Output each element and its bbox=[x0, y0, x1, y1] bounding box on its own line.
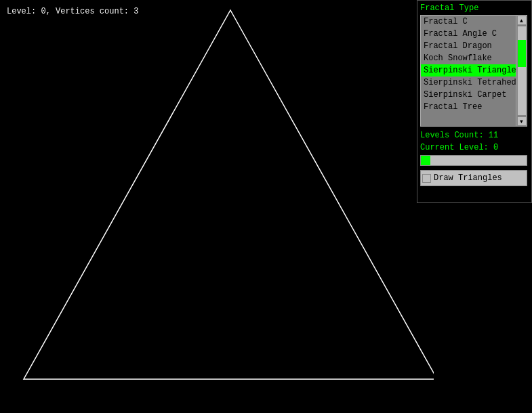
levels-count-label: Levels Count: 11 bbox=[420, 131, 529, 140]
list-item-1[interactable]: Fractal Angle C bbox=[421, 28, 516, 40]
scroll-thumb[interactable] bbox=[518, 40, 526, 67]
list-item-0[interactable]: Fractal C bbox=[421, 16, 516, 28]
fractal-list-container: Fractal CFractal Angle CFractal DragonKo… bbox=[420, 15, 527, 127]
progress-bar-fill bbox=[421, 156, 430, 165]
canvas-area: Level: 0, Vertices count: 3 Fractal Type… bbox=[0, 0, 532, 413]
fractal-canvas bbox=[0, 0, 434, 413]
scrollbar[interactable]: ▲ ▼ bbox=[516, 16, 527, 126]
current-level-label: Current Level: 0 bbox=[420, 143, 529, 152]
draw-triangles-label: Draw Triangles bbox=[431, 172, 525, 184]
status-text: Level: 0, Vertices count: 3 bbox=[7, 7, 138, 16]
list-item-4[interactable]: Sierpinski Triangle bbox=[421, 64, 516, 77]
scroll-track bbox=[517, 26, 527, 116]
list-item-6[interactable]: Sierpinski Carpet bbox=[421, 89, 516, 101]
progress-bar[interactable] bbox=[420, 155, 527, 166]
list-item-3[interactable]: Koch Snowflake bbox=[421, 52, 516, 64]
list-item-5[interactable]: Sierpinski Tetrahedron bbox=[421, 77, 516, 89]
list-item-2[interactable]: Fractal Dragon bbox=[421, 40, 516, 52]
scroll-up-arrow[interactable]: ▲ bbox=[517, 16, 527, 25]
scroll-down-arrow[interactable]: ▼ bbox=[517, 116, 527, 126]
fractal-type-label: Fractal Type bbox=[420, 3, 529, 13]
svg-marker-0 bbox=[24, 10, 434, 379]
list-item-7[interactable]: Fractal Tree bbox=[421, 101, 516, 113]
control-panel: Fractal Type Fractal CFractal Angle CFra… bbox=[417, 0, 532, 203]
fractal-list: Fractal CFractal Angle CFractal DragonKo… bbox=[421, 16, 516, 126]
draw-triangles-checkbox[interactable] bbox=[422, 174, 431, 183]
draw-triangles-row[interactable]: Draw Triangles bbox=[420, 170, 527, 186]
